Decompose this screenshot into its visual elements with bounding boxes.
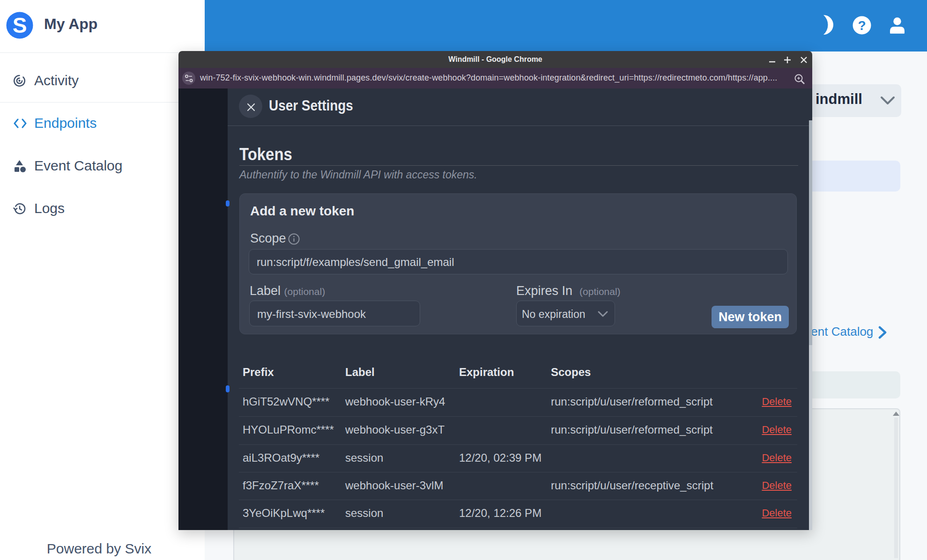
svg-text:S: S bbox=[13, 13, 27, 37]
svg-text:?: ? bbox=[858, 18, 866, 33]
